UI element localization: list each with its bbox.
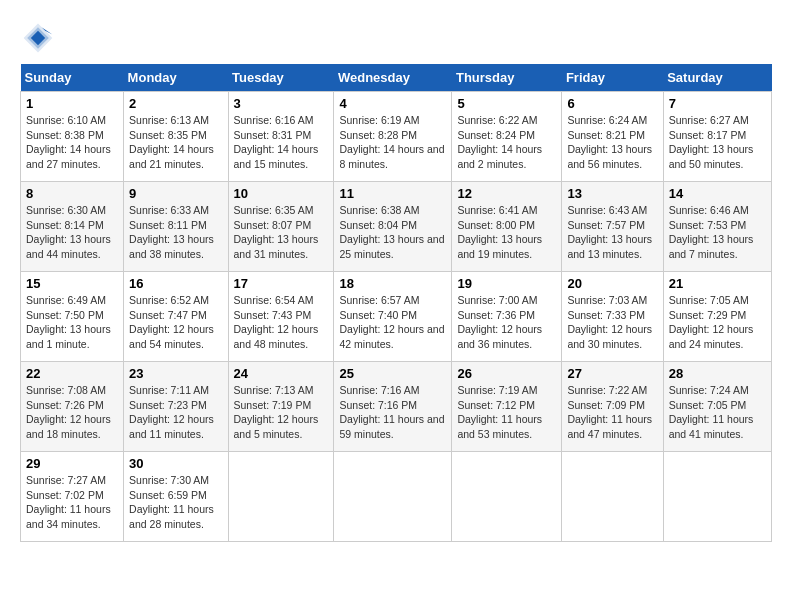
calendar-cell: 4Sunrise: 6:19 AMSunset: 8:28 PMDaylight… xyxy=(334,92,452,182)
day-number: 24 xyxy=(234,366,329,381)
day-number: 21 xyxy=(669,276,766,291)
weekday-header-sunday: Sunday xyxy=(21,64,124,92)
day-number: 3 xyxy=(234,96,329,111)
day-info: Sunrise: 7:05 AMSunset: 7:29 PMDaylight:… xyxy=(669,293,766,352)
day-number: 23 xyxy=(129,366,222,381)
calendar-cell: 17Sunrise: 6:54 AMSunset: 7:43 PMDayligh… xyxy=(228,272,334,362)
day-info: Sunrise: 7:24 AMSunset: 7:05 PMDaylight:… xyxy=(669,383,766,442)
day-info: Sunrise: 6:35 AMSunset: 8:07 PMDaylight:… xyxy=(234,203,329,262)
day-info: Sunrise: 6:43 AMSunset: 7:57 PMDaylight:… xyxy=(567,203,657,262)
calendar-cell: 2Sunrise: 6:13 AMSunset: 8:35 PMDaylight… xyxy=(124,92,228,182)
calendar-cell: 23Sunrise: 7:11 AMSunset: 7:23 PMDayligh… xyxy=(124,362,228,452)
calendar-cell xyxy=(663,452,771,542)
day-number: 5 xyxy=(457,96,556,111)
weekday-header-row: SundayMondayTuesdayWednesdayThursdayFrid… xyxy=(21,64,772,92)
calendar-cell: 27Sunrise: 7:22 AMSunset: 7:09 PMDayligh… xyxy=(562,362,663,452)
day-number: 2 xyxy=(129,96,222,111)
day-number: 12 xyxy=(457,186,556,201)
day-number: 22 xyxy=(26,366,118,381)
day-info: Sunrise: 6:16 AMSunset: 8:31 PMDaylight:… xyxy=(234,113,329,172)
day-info: Sunrise: 6:24 AMSunset: 8:21 PMDaylight:… xyxy=(567,113,657,172)
calendar-cell: 20Sunrise: 7:03 AMSunset: 7:33 PMDayligh… xyxy=(562,272,663,362)
calendar-cell: 1Sunrise: 6:10 AMSunset: 8:38 PMDaylight… xyxy=(21,92,124,182)
page-header xyxy=(20,20,772,56)
day-info: Sunrise: 7:13 AMSunset: 7:19 PMDaylight:… xyxy=(234,383,329,442)
day-number: 8 xyxy=(26,186,118,201)
calendar-cell: 29Sunrise: 7:27 AMSunset: 7:02 PMDayligh… xyxy=(21,452,124,542)
day-info: Sunrise: 7:11 AMSunset: 7:23 PMDaylight:… xyxy=(129,383,222,442)
day-number: 15 xyxy=(26,276,118,291)
calendar-cell: 9Sunrise: 6:33 AMSunset: 8:11 PMDaylight… xyxy=(124,182,228,272)
calendar-week-5: 29Sunrise: 7:27 AMSunset: 7:02 PMDayligh… xyxy=(21,452,772,542)
calendar-cell: 22Sunrise: 7:08 AMSunset: 7:26 PMDayligh… xyxy=(21,362,124,452)
weekday-header-friday: Friday xyxy=(562,64,663,92)
day-info: Sunrise: 6:57 AMSunset: 7:40 PMDaylight:… xyxy=(339,293,446,352)
calendar-cell: 15Sunrise: 6:49 AMSunset: 7:50 PMDayligh… xyxy=(21,272,124,362)
day-number: 20 xyxy=(567,276,657,291)
calendar-week-2: 8Sunrise: 6:30 AMSunset: 8:14 PMDaylight… xyxy=(21,182,772,272)
calendar-cell xyxy=(562,452,663,542)
weekday-header-saturday: Saturday xyxy=(663,64,771,92)
day-number: 11 xyxy=(339,186,446,201)
calendar-cell xyxy=(334,452,452,542)
calendar-cell xyxy=(228,452,334,542)
calendar-cell: 14Sunrise: 6:46 AMSunset: 7:53 PMDayligh… xyxy=(663,182,771,272)
weekday-header-monday: Monday xyxy=(124,64,228,92)
day-number: 10 xyxy=(234,186,329,201)
day-info: Sunrise: 6:54 AMSunset: 7:43 PMDaylight:… xyxy=(234,293,329,352)
day-info: Sunrise: 7:30 AMSunset: 6:59 PMDaylight:… xyxy=(129,473,222,532)
day-number: 26 xyxy=(457,366,556,381)
calendar-cell: 12Sunrise: 6:41 AMSunset: 8:00 PMDayligh… xyxy=(452,182,562,272)
day-info: Sunrise: 7:16 AMSunset: 7:16 PMDaylight:… xyxy=(339,383,446,442)
logo xyxy=(20,20,60,56)
day-info: Sunrise: 6:38 AMSunset: 8:04 PMDaylight:… xyxy=(339,203,446,262)
day-info: Sunrise: 6:33 AMSunset: 8:11 PMDaylight:… xyxy=(129,203,222,262)
day-number: 14 xyxy=(669,186,766,201)
weekday-header-wednesday: Wednesday xyxy=(334,64,452,92)
day-info: Sunrise: 6:46 AMSunset: 7:53 PMDaylight:… xyxy=(669,203,766,262)
calendar-cell: 11Sunrise: 6:38 AMSunset: 8:04 PMDayligh… xyxy=(334,182,452,272)
calendar-cell: 13Sunrise: 6:43 AMSunset: 7:57 PMDayligh… xyxy=(562,182,663,272)
calendar-cell: 3Sunrise: 6:16 AMSunset: 8:31 PMDaylight… xyxy=(228,92,334,182)
day-number: 6 xyxy=(567,96,657,111)
day-number: 18 xyxy=(339,276,446,291)
day-number: 25 xyxy=(339,366,446,381)
logo-icon xyxy=(20,20,56,56)
weekday-header-thursday: Thursday xyxy=(452,64,562,92)
day-info: Sunrise: 7:08 AMSunset: 7:26 PMDaylight:… xyxy=(26,383,118,442)
day-info: Sunrise: 6:49 AMSunset: 7:50 PMDaylight:… xyxy=(26,293,118,352)
day-number: 16 xyxy=(129,276,222,291)
day-info: Sunrise: 7:19 AMSunset: 7:12 PMDaylight:… xyxy=(457,383,556,442)
calendar-cell xyxy=(452,452,562,542)
day-number: 29 xyxy=(26,456,118,471)
calendar-cell: 25Sunrise: 7:16 AMSunset: 7:16 PMDayligh… xyxy=(334,362,452,452)
day-number: 7 xyxy=(669,96,766,111)
day-number: 9 xyxy=(129,186,222,201)
day-number: 4 xyxy=(339,96,446,111)
day-number: 13 xyxy=(567,186,657,201)
calendar-cell: 30Sunrise: 7:30 AMSunset: 6:59 PMDayligh… xyxy=(124,452,228,542)
day-info: Sunrise: 6:41 AMSunset: 8:00 PMDaylight:… xyxy=(457,203,556,262)
day-info: Sunrise: 6:27 AMSunset: 8:17 PMDaylight:… xyxy=(669,113,766,172)
calendar-cell: 10Sunrise: 6:35 AMSunset: 8:07 PMDayligh… xyxy=(228,182,334,272)
day-number: 17 xyxy=(234,276,329,291)
day-info: Sunrise: 6:30 AMSunset: 8:14 PMDaylight:… xyxy=(26,203,118,262)
calendar-cell: 6Sunrise: 6:24 AMSunset: 8:21 PMDaylight… xyxy=(562,92,663,182)
day-info: Sunrise: 7:27 AMSunset: 7:02 PMDaylight:… xyxy=(26,473,118,532)
day-number: 30 xyxy=(129,456,222,471)
calendar-cell: 28Sunrise: 7:24 AMSunset: 7:05 PMDayligh… xyxy=(663,362,771,452)
calendar-cell: 8Sunrise: 6:30 AMSunset: 8:14 PMDaylight… xyxy=(21,182,124,272)
day-info: Sunrise: 6:52 AMSunset: 7:47 PMDaylight:… xyxy=(129,293,222,352)
calendar-cell: 24Sunrise: 7:13 AMSunset: 7:19 PMDayligh… xyxy=(228,362,334,452)
calendar-cell: 18Sunrise: 6:57 AMSunset: 7:40 PMDayligh… xyxy=(334,272,452,362)
calendar-week-3: 15Sunrise: 6:49 AMSunset: 7:50 PMDayligh… xyxy=(21,272,772,362)
weekday-header-tuesday: Tuesday xyxy=(228,64,334,92)
calendar-cell: 26Sunrise: 7:19 AMSunset: 7:12 PMDayligh… xyxy=(452,362,562,452)
calendar-week-4: 22Sunrise: 7:08 AMSunset: 7:26 PMDayligh… xyxy=(21,362,772,452)
calendar-table: SundayMondayTuesdayWednesdayThursdayFrid… xyxy=(20,64,772,542)
day-number: 19 xyxy=(457,276,556,291)
calendar-cell: 5Sunrise: 6:22 AMSunset: 8:24 PMDaylight… xyxy=(452,92,562,182)
day-info: Sunrise: 6:10 AMSunset: 8:38 PMDaylight:… xyxy=(26,113,118,172)
calendar-cell: 16Sunrise: 6:52 AMSunset: 7:47 PMDayligh… xyxy=(124,272,228,362)
calendar-cell: 7Sunrise: 6:27 AMSunset: 8:17 PMDaylight… xyxy=(663,92,771,182)
